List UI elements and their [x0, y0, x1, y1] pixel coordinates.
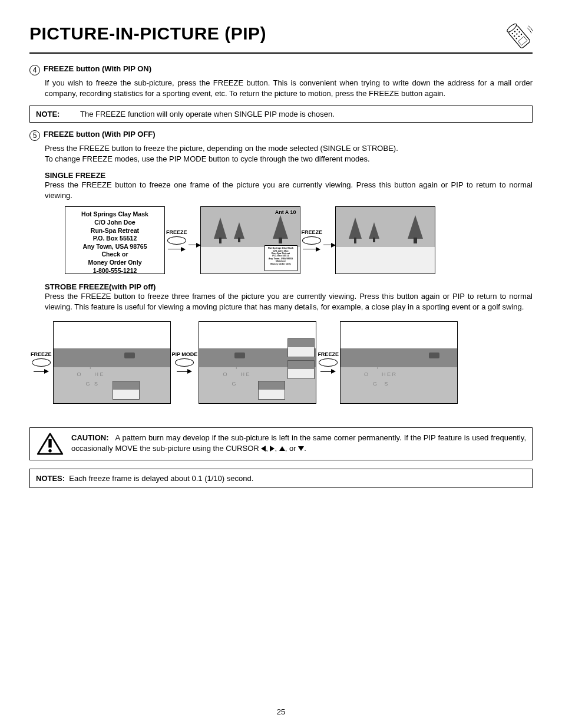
strobe-frame-icon: [287, 338, 315, 357]
step-number-5: 5: [29, 130, 40, 141]
cursor-up-icon: [279, 446, 285, 451]
single-freeze-heading: SINGLE FREEZE: [45, 171, 533, 180]
pipmode-label: PIP MODE: [172, 351, 198, 357]
boat-icon: [234, 353, 245, 358]
figure-winter-pip-screen: Ant A 10 Hot Springs Clay MaskC/O John D…: [200, 206, 300, 274]
caution-text-body: A pattern burn may develop if the sub-pi…: [71, 433, 526, 453]
pipmode-button-icon: [175, 358, 194, 367]
step5-heading: FREEZE button (With PIP OFF): [44, 130, 156, 141]
freeze-label-r2-2: FREEZE: [318, 351, 339, 357]
notes-text: Each freeze frame is delayed about 0.1 (…: [69, 474, 253, 483]
svg-marker-12: [214, 218, 227, 239]
svg-rect-15: [238, 238, 240, 242]
note-label: NOTE:: [36, 110, 80, 118]
cursor-right-icon: [270, 446, 275, 452]
strobe-freeze-heading: STROBE FREEZE(with PIP off): [45, 282, 533, 291]
caution-box: CAUTION: A pattern burn may develop if t…: [29, 427, 533, 460]
boat-icon: [124, 353, 135, 358]
addr-l6: Check or: [65, 251, 164, 259]
figure-race-screen-3: O H E R G S T: [340, 321, 458, 404]
tree-icon: [368, 222, 380, 243]
freeze-button-icon: [167, 236, 186, 245]
freeze-button-icon: [302, 236, 321, 245]
step-number-4: 4: [29, 65, 40, 75]
pip-inset: Hot Springs Clay MaskC/O John DoeRun-Spa…: [265, 245, 297, 271]
pipmode-arrow: PIP MODE: [172, 351, 198, 374]
notes-label: NOTES:: [36, 474, 65, 483]
freeze-label-2: FREEZE: [302, 229, 323, 235]
tree-icon: [272, 215, 289, 245]
strobe-freeze-body: Press the FREEZE button to freeze three …: [45, 291, 533, 312]
addr-l8: 1-800-555-1212: [65, 267, 164, 275]
page-number: 25: [0, 707, 562, 716]
svg-marker-18: [349, 218, 362, 239]
freeze-arrow-1: FREEZE: [166, 229, 187, 252]
svg-point-26: [48, 449, 51, 452]
step5-line1: Press the FREEZE button to freeze the pi…: [45, 143, 533, 154]
svg-rect-25: [48, 439, 51, 447]
step5-line2: To change FREEZE modes, use the PIP MODE…: [45, 154, 533, 164]
figure-race-screen-1: O H E G S T: [53, 321, 171, 404]
freeze-arrow-2: FREEZE: [302, 229, 323, 252]
addr-l4: P.O. Box 55512: [65, 235, 164, 243]
svg-rect-13: [219, 238, 222, 243]
notes-box: NOTES: Each freeze frame is delayed abou…: [29, 469, 533, 488]
freeze-arrow-r2-1: FREEZE: [31, 351, 52, 374]
note-box: NOTE: The FREEZE function will only oper…: [29, 106, 533, 123]
addr-l2: C/O John Doe: [65, 219, 164, 227]
note-text: The FREEZE function will only operate wh…: [80, 110, 335, 118]
addr-l5: Any Town, USA 98765: [65, 243, 164, 251]
cursor-left-icon: [261, 446, 266, 452]
remote-control-icon: [506, 24, 533, 50]
tree-icon: [348, 218, 363, 245]
caution-label: CAUTION:: [71, 433, 109, 442]
strobe-frame-icon: [287, 360, 315, 379]
svg-rect-17: [279, 238, 282, 243]
figure-address-screen: Hot Springs Clay Mask C/O John Doe Run-S…: [65, 206, 165, 274]
svg-rect-19: [354, 238, 356, 243]
strobe-frame-icon: [113, 381, 140, 400]
single-freeze-body: Press the FREEZE button to freeze one fr…: [45, 180, 533, 200]
svg-marker-22: [408, 215, 423, 239]
svg-rect-23: [414, 238, 417, 243]
freeze-arrow-r2-2: FREEZE: [318, 351, 339, 374]
cursor-down-icon: [298, 446, 304, 451]
addr-l3: Run-Spa Retreat: [65, 227, 164, 235]
figure-winter-screen: [335, 206, 435, 274]
step4-heading: FREEZE button (With PIP ON): [44, 64, 151, 75]
tree-icon: [406, 215, 424, 245]
svg-marker-14: [234, 222, 244, 239]
step4-body: If you wish to freeze the sub-picture, p…: [45, 78, 533, 98]
svg-marker-20: [369, 222, 379, 239]
freeze-label-1: FREEZE: [166, 229, 187, 235]
ant-label: Ant A 10: [275, 209, 296, 215]
boat-icon: [429, 353, 439, 358]
page-title: PICTURE-IN-PICTURE (PIP): [29, 24, 266, 44]
svg-rect-21: [373, 238, 375, 242]
freeze-button-icon: [319, 358, 338, 367]
tree-icon: [233, 222, 245, 243]
svg-marker-16: [273, 215, 288, 239]
freeze-label-r2-1: FREEZE: [31, 351, 52, 357]
tree-icon: [213, 218, 228, 245]
addr-l7: Money Order Only: [65, 259, 164, 267]
figure-race-screen-2: O H E G T: [199, 321, 316, 404]
addr-l1: Hot Springs Clay Mask: [65, 210, 164, 219]
strobe-frame-icon: [258, 381, 285, 400]
warning-icon: [36, 433, 64, 455]
pip-inset-text: Hot Springs Clay MaskC/O John DoeRun-Spa…: [265, 246, 297, 265]
freeze-button-icon: [32, 358, 51, 367]
